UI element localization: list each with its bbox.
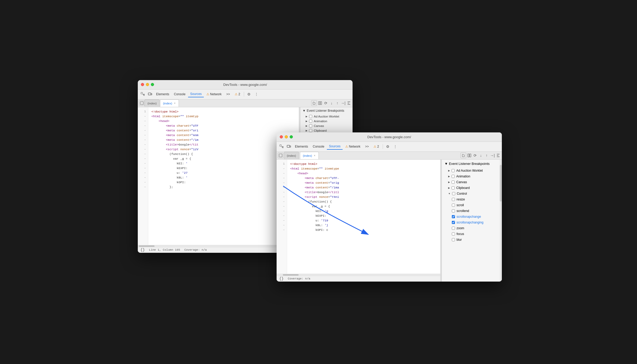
file-tab-index-inactive[interactable]: (index) — [145, 99, 160, 107]
code-line: <script nonce="Y4ni — [290, 195, 437, 199]
svg-rect-5 — [318, 102, 320, 105]
bp-checkbox-ad-2[interactable] — [452, 169, 455, 172]
tab-elements-2[interactable]: Elements — [293, 144, 310, 149]
menu-icon-1[interactable]: ⋮ — [253, 91, 260, 98]
maximize-button-2[interactable] — [290, 135, 293, 138]
code-line: }; — [151, 185, 296, 189]
window-title-2: DevTools - www.google.com/ — [367, 135, 411, 139]
svg-rect-13 — [470, 154, 471, 157]
bp-section-header-1[interactable]: ▼ Event Listener Breakpoints — [300, 107, 353, 114]
expand-arrow-icon: ▶ — [306, 120, 307, 122]
inspect-icon-2[interactable] — [278, 143, 285, 150]
bp-checkbox-canvas[interactable] — [309, 124, 312, 127]
maximize-button-1[interactable] — [151, 83, 154, 86]
tab-elements-1[interactable]: Elements — [154, 91, 171, 97]
window-title-1: DevTools - www.google.com/ — [223, 83, 267, 87]
bp-checkbox-scrollsnapchanging-2[interactable] — [452, 221, 455, 224]
code-line: <meta content="/ima — [290, 185, 437, 190]
bp-item-scroll-2: scroll — [442, 202, 502, 208]
bp-checkbox-anim-2[interactable] — [452, 175, 455, 178]
tab-sources-2[interactable]: Sources — [327, 143, 343, 150]
step-over-icon-2[interactable]: ⟳ — [473, 153, 478, 158]
code-content-2: <!doctype html> <html itemscope="" itemt… — [287, 160, 440, 274]
code-line: <meta content="/im — [151, 138, 296, 142]
file-tab-index-active-2[interactable]: (index) × — [300, 152, 319, 159]
svg-rect-4 — [140, 102, 141, 105]
bp-checkbox-resize-2[interactable] — [452, 198, 455, 201]
bp-item-anim: ▶ Animation — [300, 119, 353, 124]
deactivate-icon-2[interactable] — [496, 153, 501, 158]
step-out-icon[interactable]: ↑ — [335, 100, 340, 106]
tab-console-1[interactable]: Console — [172, 91, 188, 97]
bp-checkbox-focus-2[interactable] — [452, 232, 455, 236]
file-tab-index-active[interactable]: (index) × — [160, 99, 179, 107]
titlebar-1: DevTools - www.google.com/ — [138, 80, 353, 89]
columns-icon[interactable] — [317, 100, 323, 106]
code-line: <meta content="orig — [290, 181, 437, 185]
inspect-icon[interactable] — [139, 91, 146, 98]
code-line: <html itemscope="" itemtype — [290, 166, 437, 171]
close-button-1[interactable] — [141, 83, 144, 86]
code-line: (function() { — [290, 199, 437, 204]
status-bar-1: {} Line 1, Column 165 Coverage: n/a — [138, 247, 299, 253]
bp-item-ad: ▶ Ad Auction Worklet — [300, 114, 353, 119]
bp-item-scrollsnapchange-2: scrollsnapchange — [442, 214, 502, 220]
bp-checkbox-ad[interactable] — [309, 115, 312, 118]
bp-checkbox-canvas-2[interactable] — [452, 181, 455, 184]
bp-checkbox-zoom-2[interactable] — [452, 227, 455, 230]
tab-network-2[interactable]: ⚠ Network — [343, 144, 363, 149]
step-into-icon-2[interactable]: ↓ — [478, 153, 484, 158]
bp-checkbox-control-2[interactable] — [452, 192, 455, 195]
bp-item-canvas: ▶ Canvas — [300, 124, 353, 128]
open-file-btn[interactable] — [311, 100, 317, 106]
settings-icon-1[interactable]: ⚙ — [246, 91, 252, 98]
settings-icon-2[interactable]: ⚙ — [385, 143, 391, 150]
bp-item-scrollend-2: scrollend — [442, 208, 502, 214]
bp-checkbox-scrollsnapchange-2[interactable] — [452, 215, 455, 218]
code-line: <head> — [290, 171, 437, 176]
main-toolbar-1: Elements Console Sources ⚠ Network >> ⚠ … — [138, 89, 353, 99]
sidebar-toggle-1[interactable] — [139, 100, 145, 106]
bp-checkbox-clipboard-2[interactable] — [452, 186, 455, 189]
step-into-icon[interactable]: ↓ — [329, 100, 334, 106]
bp-checkbox-blur-2[interactable] — [452, 238, 455, 241]
code-panel-1: 1 – – – – – – – – – – – – – – — [138, 107, 299, 253]
tab-close-2[interactable]: × — [313, 154, 316, 157]
code-line: <head> — [151, 119, 296, 124]
tab-warnings-1[interactable]: ⚠ 2 — [233, 91, 242, 97]
device-icon-2[interactable] — [285, 143, 292, 150]
columns-icon-2[interactable] — [467, 153, 472, 158]
minimize-button-1[interactable] — [146, 83, 149, 86]
continue-icon[interactable]: →| — [341, 100, 346, 106]
menu-icon-2[interactable]: ⋮ — [392, 143, 399, 150]
step-out-icon-2[interactable]: ↑ — [484, 153, 489, 158]
tab-sources-1[interactable]: Sources — [188, 91, 204, 97]
bp-item-focus-2: focus — [442, 231, 502, 237]
tab-close-1[interactable]: × — [173, 102, 176, 105]
expand-arrow-icon-2e: ▼ — [448, 192, 451, 195]
file-tabbar-1: (index) (index) × — [138, 99, 353, 107]
close-button-2[interactable] — [280, 135, 283, 138]
tab-more-2[interactable]: >> — [363, 144, 371, 149]
breakpoints-panel-2: ▼ Event Listener Breakpoints ▶ Ad Auctio… — [442, 160, 502, 282]
tab-more-1[interactable]: >> — [224, 91, 232, 97]
tab-network-1[interactable]: ⚠ Network — [204, 91, 224, 97]
coverage-info-2: Coverage: n/a — [288, 277, 310, 280]
tab-warnings-2[interactable]: ⚠ 2 — [371, 144, 381, 149]
bp-checkbox-anim[interactable] — [309, 120, 312, 123]
continue-icon-2[interactable]: →| — [490, 153, 495, 158]
code-line: <meta charset="UTF — [151, 124, 296, 128]
open-file-btn-2[interactable] — [460, 153, 466, 158]
v-scrollbar-2[interactable] — [500, 160, 502, 282]
tab-console-2[interactable]: Console — [311, 144, 326, 149]
file-tab-index-inactive-2[interactable]: (index) — [284, 152, 299, 159]
sidebar-toggle-2[interactable] — [278, 153, 283, 158]
bp-section-header-2[interactable]: ▼ Event Listener Breakpoints — [442, 160, 502, 168]
bp-checkbox-scroll-2[interactable] — [452, 204, 455, 207]
step-over-icon[interactable]: ⟳ — [323, 100, 328, 106]
device-icon[interactable] — [147, 91, 153, 98]
deactivate-icon[interactable] — [346, 100, 352, 106]
bp-checkbox-clipboard[interactable] — [309, 129, 312, 132]
bp-checkbox-scrollend-2[interactable] — [452, 209, 455, 212]
minimize-button-2[interactable] — [285, 135, 288, 138]
